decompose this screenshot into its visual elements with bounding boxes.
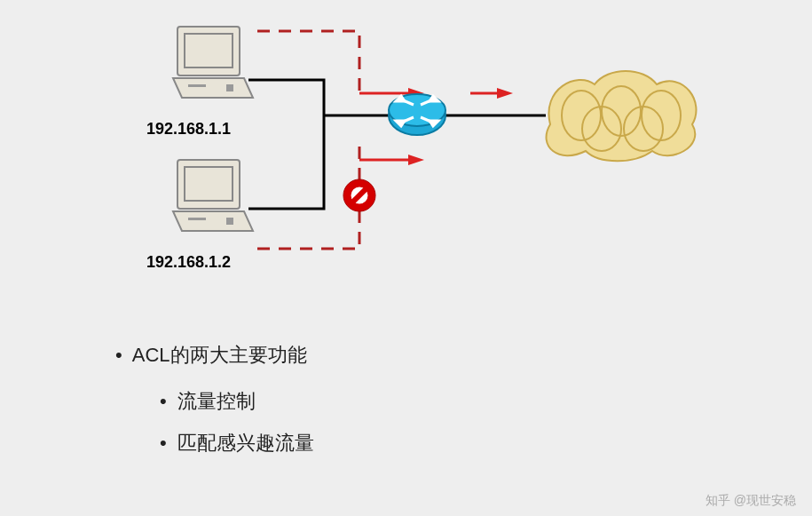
svg-rect-5 xyxy=(185,167,233,201)
router-icon xyxy=(389,94,445,135)
svg-rect-2 xyxy=(226,84,233,91)
text-content: • ACL的两大主要功能 • 流量控制 • 匹配感兴趣流量 xyxy=(115,337,314,468)
sub-bullet-2: • 匹配感兴趣流量 xyxy=(160,425,314,461)
svg-rect-6 xyxy=(226,218,233,225)
host2-ip-label: 192.168.1.2 xyxy=(146,253,231,272)
host1-ip-label: 192.168.1.1 xyxy=(146,120,231,139)
heading-text: ACL的两大主要功能 xyxy=(132,344,307,366)
svg-rect-3 xyxy=(188,84,206,87)
diagram-svg xyxy=(0,0,812,302)
sub-bullet-1: • 流量控制 xyxy=(160,384,314,419)
flow-allowed xyxy=(257,31,359,98)
no-entry-icon xyxy=(343,179,375,211)
svg-rect-7 xyxy=(188,218,206,220)
svg-rect-1 xyxy=(185,34,233,67)
watermark: 知乎 @现世安稳 xyxy=(706,493,796,509)
arrow-head-bottom xyxy=(408,155,424,165)
computer-icon xyxy=(173,27,253,98)
sub1-text: 流量控制 xyxy=(177,390,256,412)
computer-icon xyxy=(173,160,253,231)
arrow-head-top2 xyxy=(497,88,513,99)
cloud-icon xyxy=(547,71,697,161)
network-diagram: 192.168.1.1 192.168.1.2 xyxy=(0,0,812,302)
heading-bullet: • ACL的两大主要功能 xyxy=(115,337,314,373)
sub2-text: 匹配感兴趣流量 xyxy=(177,432,314,454)
